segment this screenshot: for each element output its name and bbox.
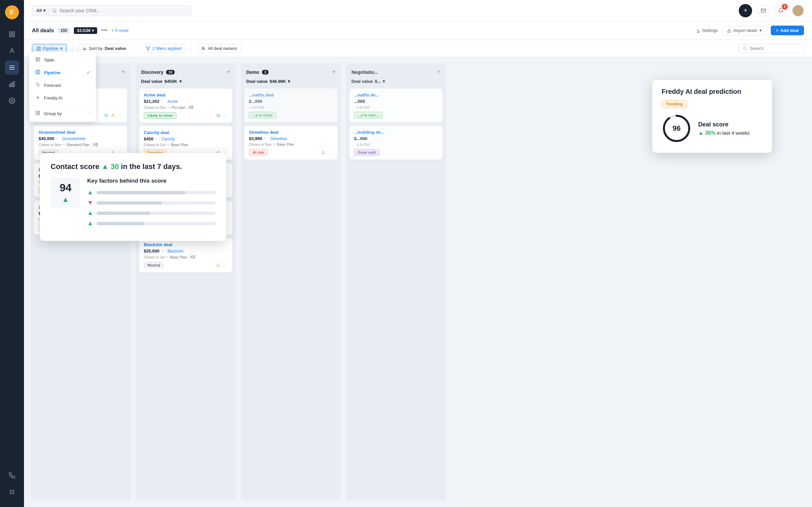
card-acme[interactable]: Acme deal $21,202 • Acme Closes in Dec P… bbox=[139, 89, 232, 123]
import-label: Import deals bbox=[734, 28, 757, 33]
card-partial-neg1[interactable]: ...natfix de... ...000 ...s in Oct ...y … bbox=[349, 89, 443, 122]
add-deal-button[interactable]: + Add deal bbox=[771, 25, 804, 35]
factor2-down-icon: ▼ bbox=[87, 199, 93, 206]
contact-score-arrow-icon: ▲ bbox=[62, 195, 69, 204]
all-dropdown[interactable]: All ▾ bbox=[36, 8, 46, 13]
deal-score-number: 96 bbox=[672, 124, 681, 133]
blackzim-warn-icon[interactable]: ⚠ bbox=[216, 263, 220, 268]
column-negotiation: Negotiatio... + Deal value $... ▾ ...nat… bbox=[346, 64, 446, 500]
svg-point-16 bbox=[11, 493, 12, 494]
svg-rect-30 bbox=[36, 58, 39, 61]
search-all-container[interactable]: All ▾ | bbox=[32, 5, 192, 16]
groovestreet-company: Groovestreet bbox=[62, 136, 85, 141]
demo-cards: ...natfix deal $...000 ...s in Oct ...y … bbox=[241, 87, 341, 500]
menu-item-table[interactable]: Table bbox=[29, 54, 96, 66]
menu-item-forecast[interactable]: Forecast bbox=[29, 79, 96, 92]
mail-button[interactable] bbox=[757, 5, 769, 17]
menu-item-freddy[interactable]: ✦ Freddy AI bbox=[29, 92, 96, 104]
add-icon: + bbox=[744, 7, 748, 14]
svg-line-19 bbox=[55, 11, 56, 12]
settings-icon bbox=[696, 28, 700, 33]
contact-popup-title: Contact score ▲ 30 in the last 7 days. bbox=[51, 162, 216, 171]
groovestreet-plus: +3 bbox=[92, 143, 99, 147]
negotiation-add-button[interactable]: + bbox=[437, 68, 441, 75]
avatar[interactable] bbox=[792, 5, 804, 17]
acme-meta: Closes in Dec Pro plan +3 bbox=[144, 105, 228, 109]
negotiation-title-text: Negotiatio... bbox=[351, 69, 378, 75]
notifications-button[interactable]: 2 bbox=[775, 5, 787, 17]
neg1-amount: ...000 bbox=[354, 99, 365, 104]
demo-title-text: Demo bbox=[246, 69, 259, 75]
sidebar: F bbox=[0, 0, 24, 507]
cancity-plan: Basic Plan bbox=[171, 143, 188, 147]
sidebar-icon-contacts[interactable] bbox=[5, 44, 19, 58]
add-button[interactable]: + bbox=[739, 4, 752, 17]
blackzim-more-icon[interactable]: ⋮ bbox=[223, 263, 228, 268]
scotfind-warn-icon[interactable]: ⚠ bbox=[111, 112, 115, 118]
streethex-warn-icon[interactable]: ⚠ bbox=[321, 150, 325, 155]
deal-score-label: Deal score bbox=[698, 121, 750, 128]
more-options-button[interactable]: ••• bbox=[101, 27, 107, 34]
filter-divider-3 bbox=[191, 45, 192, 52]
sidebar-icon-deals[interactable] bbox=[5, 61, 19, 74]
freddy-ai-popup: Freddy AI deal prediction Trending 96 De… bbox=[652, 80, 772, 153]
discovery-add-button[interactable]: + bbox=[227, 68, 230, 75]
freddy-trending-badge: Trending bbox=[662, 100, 687, 108]
key-factors-title: Key factors behind this score bbox=[87, 178, 216, 184]
deals-count-badge: 155 bbox=[58, 27, 70, 34]
groupby-arrow-icon: › bbox=[89, 111, 91, 116]
sidebar-icon-analytics[interactable] bbox=[5, 77, 19, 91]
svg-point-20 bbox=[697, 30, 699, 31]
svg-line-29 bbox=[746, 49, 747, 50]
pipeline-chevron: ▾ bbox=[60, 46, 63, 51]
card-blackzim[interactable]: Blackzim deal $20,000 • Blackzim Closes … bbox=[139, 238, 232, 273]
qualification-add-button[interactable]: + bbox=[121, 68, 125, 75]
deals-title: All deals bbox=[32, 27, 54, 34]
cancity-dot2 bbox=[167, 144, 169, 146]
scotfind-more-icon[interactable]: ⋮ bbox=[118, 112, 122, 118]
acme-more-icon[interactable]: ⋮ bbox=[223, 113, 228, 118]
neg-value-label: Deal value bbox=[351, 79, 373, 84]
demo-add-button[interactable]: + bbox=[332, 68, 335, 75]
sidebar-icon-settings[interactable] bbox=[5, 94, 19, 108]
menu-item-pipeline[interactable]: Pipeline ✓ bbox=[29, 66, 96, 79]
sort-field: Deal value bbox=[105, 46, 126, 51]
factor1-bar-fill bbox=[97, 191, 186, 194]
acme-check-icon[interactable]: ⊙ bbox=[216, 113, 220, 118]
demo-value-chevron: ▾ bbox=[288, 79, 290, 84]
search-filter-input[interactable] bbox=[750, 46, 800, 51]
card-partial-neg2[interactable]: ...building de... $...000 ...s in Oct Go… bbox=[349, 126, 443, 160]
svg-point-27 bbox=[203, 47, 204, 49]
owners-filter-button[interactable]: All deal owners bbox=[197, 44, 241, 53]
blackzim-closes: Closes in Jul bbox=[144, 255, 164, 259]
settings-button[interactable]: Settings bbox=[696, 28, 718, 33]
import-button[interactable]: Import deals ▾ bbox=[722, 25, 767, 35]
pipeline-menu-icon bbox=[35, 69, 41, 75]
search-filter-container[interactable] bbox=[739, 44, 804, 53]
svg-point-10 bbox=[11, 490, 12, 491]
streethex-more-icon[interactable]: ⋮ bbox=[328, 150, 333, 155]
sidebar-icon-phone[interactable] bbox=[5, 468, 19, 483]
card-streethex[interactable]: Streethex deal $3,999 • Streethex Closes… bbox=[244, 126, 337, 160]
neg2-title: ...building de... bbox=[354, 130, 438, 135]
search-input[interactable] bbox=[60, 8, 159, 13]
sidebar-icon-home[interactable] bbox=[5, 27, 19, 41]
scotfind-check-icon[interactable]: ⊙ bbox=[104, 112, 108, 118]
add-deal-label: Add deal bbox=[780, 28, 799, 33]
subheader-right: Settings Import deals ▾ + Add deal bbox=[696, 25, 804, 35]
sidebar-icon-apps[interactable] bbox=[5, 485, 19, 499]
five-more-button[interactable]: + 5 more bbox=[111, 28, 129, 33]
sidebar-logo[interactable]: F bbox=[5, 5, 19, 19]
cancity-closes: Closes in Oct bbox=[144, 143, 165, 147]
filters-applied-button[interactable]: 2 filters applied bbox=[142, 44, 186, 53]
import-icon bbox=[727, 28, 732, 33]
all-chevron-icon: ▾ bbox=[43, 8, 46, 13]
card-partial-demo1[interactable]: ...natfix deal $...000 ...s in Oct ...y … bbox=[244, 89, 337, 122]
acme-closes: Closes in Dec bbox=[144, 106, 166, 109]
neg2-status: Gone cold bbox=[354, 149, 379, 156]
groupby-icon bbox=[35, 110, 41, 116]
deals-value-badge[interactable]: $3.51M ▾ bbox=[74, 27, 97, 34]
blackzim-company: Blackzim bbox=[167, 249, 183, 253]
forecast-icon bbox=[35, 82, 41, 88]
menu-item-groupby[interactable]: Group by › bbox=[29, 107, 96, 120]
